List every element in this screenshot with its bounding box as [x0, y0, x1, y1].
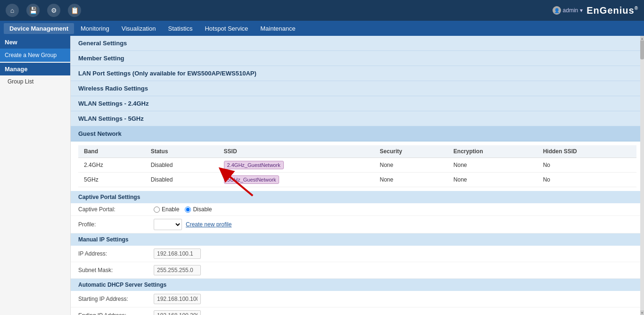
admin-area: 👤 admin ▾: [553, 6, 583, 15]
nav-bar: Device Management Monitoring Visualizati…: [0, 21, 644, 36]
engenius-logo: EnGenius®: [586, 5, 638, 16]
captive-portal-radio-group: Enable Disable: [154, 206, 212, 213]
home-icon[interactable]: ⌂: [6, 4, 19, 17]
dhcp-header: Automatic DHCP Server Settings: [71, 279, 644, 291]
sidebar-new-header: New: [0, 36, 70, 49]
starting-ip-input[interactable]: [154, 294, 201, 304]
row2-security: None: [374, 173, 448, 187]
ending-ip-input[interactable]: [154, 310, 201, 315]
top-header: ⌂ 💾 ⚙ 📋 👤 admin ▾ EnGenius®: [0, 0, 644, 21]
ip-address-input[interactable]: [154, 249, 201, 259]
table-row: 5GHz Disabled 5GHz_GuestNetwork None Non…: [78, 173, 636, 187]
captive-portal-row: Captive Portal: Enable Disable: [71, 203, 644, 216]
guest-network-table-container: Band Status SSID Security Encryption Hid…: [71, 141, 644, 191]
clipboard-icon[interactable]: 📋: [68, 4, 81, 17]
ending-ip-row: Ending IP Address:: [71, 307, 644, 315]
admin-label: admin: [563, 7, 578, 14]
save-icon[interactable]: 💾: [26, 4, 40, 17]
captive-portal-enable-radio[interactable]: [154, 207, 160, 213]
profile-select[interactable]: [154, 219, 182, 230]
admin-icon: 👤: [553, 6, 561, 15]
row1-hidden-ssid: No: [537, 158, 636, 173]
row1-encryption: None: [448, 158, 537, 173]
scroll-down-arrow[interactable]: ▼: [640, 310, 644, 315]
content-area: General Settings Member Setting LAN Port…: [71, 36, 644, 315]
captive-portal-disable-radio[interactable]: [185, 207, 191, 213]
scroll-up-arrow[interactable]: ▲: [640, 36, 644, 41]
row2-encryption: None: [448, 173, 537, 187]
ssid-badge-5ghz[interactable]: 5GHz_GuestNetwork: [224, 175, 280, 184]
col-hidden-ssid: Hidden SSID: [537, 145, 636, 158]
starting-ip-row: Starting IP Address:: [71, 291, 644, 307]
nav-maintenance[interactable]: Maintenance: [255, 23, 301, 34]
ip-address-row: IP Address:: [71, 246, 644, 262]
row2-hidden-ssid: No: [537, 173, 636, 187]
sidebar-manage-header: Manage: [0, 63, 70, 75]
subnet-mask-input[interactable]: [154, 265, 201, 275]
profile-row: Profile: Create new profile: [71, 216, 644, 233]
wlan-5ghz-section[interactable]: WLAN Settings - 5GHz: [71, 111, 644, 126]
sidebar: New Create a New Group Manage Group List: [0, 36, 71, 315]
main-layout: New Create a New Group Manage Group List…: [0, 36, 644, 315]
col-security: Security: [374, 145, 448, 158]
captive-portal-enable-label[interactable]: Enable: [154, 206, 179, 213]
col-ssid: SSID: [218, 145, 374, 158]
row2-band: 5GHz: [78, 173, 145, 187]
col-band: Band: [78, 145, 145, 158]
nav-device-management[interactable]: Device Management: [4, 23, 74, 34]
ending-ip-label: Ending IP Address:: [78, 312, 154, 315]
table-row: 2.4GHz Disabled 2.4GHz_GuestNetwork None…: [78, 158, 636, 173]
manual-ip-header: Manual IP Settings: [71, 233, 644, 246]
subnet-mask-row: Subnet Mask:: [71, 262, 644, 279]
col-encryption: Encryption: [448, 145, 537, 158]
row2-status: Disabled: [145, 173, 218, 187]
member-setting-section[interactable]: Member Setting: [71, 51, 644, 66]
general-settings-section[interactable]: General Settings: [71, 36, 644, 51]
captive-portal-label: Captive Portal:: [78, 206, 154, 213]
guest-network-header[interactable]: Guest Network: [71, 126, 644, 141]
row2-ssid[interactable]: 5GHz_GuestNetwork: [218, 173, 374, 187]
row1-status: Disabled: [145, 158, 218, 173]
wlan-24ghz-section[interactable]: WLAN Settings - 2.4GHz: [71, 96, 644, 111]
scrollbar-track: ▲ ▼: [640, 36, 644, 315]
row1-band: 2.4GHz: [78, 158, 145, 173]
captive-portal-header: Captive Portal Settings: [71, 191, 644, 203]
row1-ssid[interactable]: 2.4GHz_GuestNetwork: [218, 158, 374, 173]
create-profile-link[interactable]: Create new profile: [186, 221, 231, 228]
starting-ip-label: Starting IP Address:: [78, 296, 154, 302]
nav-monitoring[interactable]: Monitoring: [75, 23, 115, 34]
row1-security: None: [374, 158, 448, 173]
captive-portal-disable-label[interactable]: Disable: [185, 206, 212, 213]
col-status: Status: [145, 145, 218, 158]
subnet-mask-label: Subnet Mask:: [78, 267, 154, 274]
profile-label: Profile:: [78, 221, 154, 228]
lan-port-settings-section[interactable]: LAN Port Settings (Only available for EW…: [71, 66, 644, 81]
ssid-badge-24ghz[interactable]: 2.4GHz_GuestNetwork: [224, 161, 284, 169]
wireless-radio-settings-section[interactable]: Wireless Radio Settings: [71, 81, 644, 96]
create-new-group-button[interactable]: Create a New Group: [0, 49, 70, 62]
nav-statistics[interactable]: Statistics: [162, 23, 198, 34]
profile-select-container: Create new profile: [154, 219, 231, 230]
header-right: 👤 admin ▾ EnGenius®: [553, 5, 638, 16]
sidebar-group-list[interactable]: Group List: [0, 75, 70, 88]
ip-address-label: IP Address:: [78, 250, 154, 257]
nav-hotspot[interactable]: Hotspot Service: [199, 23, 254, 34]
header-icons: ⌂ 💾 ⚙ 📋: [6, 4, 81, 17]
nav-visualization[interactable]: Visualization: [116, 23, 162, 34]
settings-icon[interactable]: ⚙: [47, 4, 60, 17]
guest-network-table: Band Status SSID Security Encryption Hid…: [78, 145, 636, 187]
